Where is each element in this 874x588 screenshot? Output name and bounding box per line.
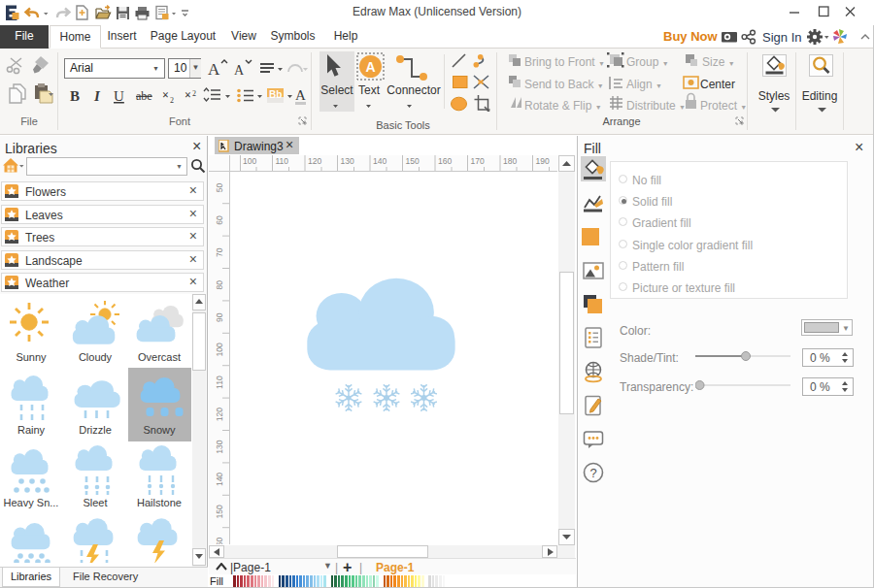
svg-text:100: 100 [243, 156, 256, 166]
svg-text:2: 2 [170, 96, 174, 105]
svg-text:110: 110 [276, 156, 289, 166]
svg-text:160: 160 [438, 156, 452, 166]
svg-text:180: 180 [503, 156, 517, 166]
svg-text:100: 100 [215, 343, 224, 356]
svg-text:70: 70 [215, 247, 224, 257]
svg-text:I: I [93, 88, 101, 104]
svg-text:150: 150 [406, 156, 420, 166]
svg-text:×: × [162, 88, 169, 102]
svg-text:120: 120 [308, 156, 321, 166]
svg-text:140: 140 [373, 156, 387, 166]
svg-text:130: 130 [341, 156, 354, 166]
svg-text:160: 160 [215, 538, 224, 544]
svg-text:110: 110 [215, 376, 224, 389]
svg-text:90: 90 [215, 312, 224, 322]
svg-text:150: 150 [215, 505, 224, 518]
svg-text:80: 80 [215, 280, 224, 290]
svg-text:170: 170 [471, 156, 485, 166]
svg-text:×: × [185, 88, 191, 102]
svg-text:190: 190 [536, 156, 550, 166]
svg-text:A: A [208, 60, 220, 79]
svg-text:U: U [114, 88, 124, 104]
svg-text:A: A [295, 87, 306, 103]
svg-text:50: 50 [215, 183, 224, 193]
svg-text:B: B [70, 88, 80, 104]
svg-text:2: 2 [192, 89, 196, 98]
svg-text:60: 60 [215, 215, 224, 225]
svg-text:Bb: Bb [269, 89, 282, 100]
svg-text:A: A [366, 59, 376, 75]
svg-text:130: 130 [215, 440, 224, 453]
svg-text:A: A [234, 63, 245, 78]
svg-text:abe: abe [136, 89, 152, 103]
svg-text:120: 120 [215, 408, 224, 421]
svg-text:?: ? [590, 466, 597, 480]
svg-text:140: 140 [215, 473, 224, 486]
